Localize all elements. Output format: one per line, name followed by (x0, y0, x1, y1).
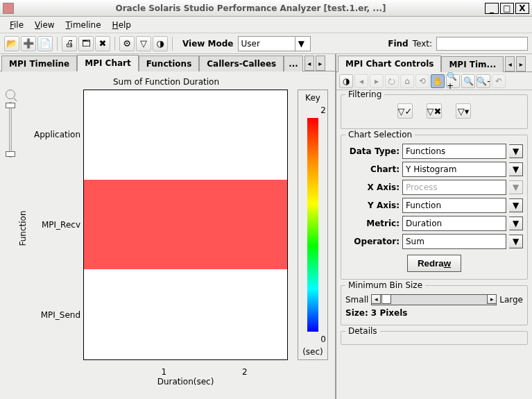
remove-filter-icon[interactable]: ▽✖ (427, 103, 442, 119)
metric-select[interactable]: Duration (402, 216, 506, 231)
print-icon[interactable]: 🖨 (62, 36, 77, 51)
color-chooser-icon[interactable]: ◑ (339, 74, 353, 88)
new-window-icon[interactable]: 🗔 (78, 36, 94, 51)
add-experiment-icon[interactable]: ➕ (21, 36, 36, 51)
slider-left-arrow-icon[interactable]: ◂ (371, 294, 381, 304)
chevron-down-icon[interactable]: ▼ (509, 162, 523, 176)
undo-icon[interactable]: ↶ (492, 74, 506, 88)
chevron-down-icon[interactable]: ▼ (509, 235, 523, 248)
add-filter-icon[interactable]: ▽✓ (397, 103, 413, 119)
left-panel: MPI Timeline MPI Chart Functions Callers… (0, 54, 336, 399)
minimize-icon: _ (490, 3, 494, 13)
y-axis-label: Function (17, 90, 29, 367)
tab-mpi-timeline[interactable]: MPI Timeline (1, 56, 77, 71)
right-tabs-scroll-right[interactable]: ▸ (516, 56, 526, 71)
key-max: 2 (320, 105, 326, 115)
xtick-1: 1 (162, 367, 167, 377)
menu-help[interactable]: Help (107, 18, 137, 32)
collect-icon[interactable]: 📄 (37, 36, 53, 51)
nav-up-icon[interactable]: ⭮ (385, 74, 399, 88)
menu-timeline[interactable]: Timeline (60, 18, 107, 32)
zoom-thumb-top[interactable] (6, 103, 15, 108)
close-icon: X (519, 3, 525, 13)
menu-file[interactable]: File (4, 18, 29, 32)
pan-icon[interactable]: ✋ (431, 74, 445, 88)
nav-next-icon[interactable]: ▸ (370, 74, 384, 88)
chart-title: Sum of Function Duration (4, 77, 328, 87)
chart-select[interactable]: Y Histogram (402, 162, 506, 177)
operator-select[interactable]: Sum (402, 234, 506, 249)
maximize-button[interactable]: □ (500, 3, 514, 14)
chevron-down-icon: ▼ (509, 180, 523, 194)
chevron-down-icon[interactable]: ▼ (509, 144, 523, 158)
menu-view[interactable]: View (29, 18, 60, 32)
chart-selection-legend: Chart Selection (345, 130, 415, 139)
tabs-scroll-left[interactable]: ◂ (304, 56, 314, 71)
redraw-button[interactable]: Redraw (407, 255, 461, 272)
slider-thumb[interactable] (381, 294, 391, 304)
x-axis-label: Duration(sec) (157, 377, 214, 387)
nav-prev-icon[interactable]: ◂ (354, 74, 368, 88)
data-type-select[interactable]: Functions (402, 144, 506, 159)
filter-icon[interactable]: ▽ (136, 36, 151, 51)
color-icon[interactable]: ◑ (153, 36, 168, 51)
home-icon[interactable]: ⌂ (400, 74, 414, 88)
tab-callers-callees[interactable]: Callers-Callees (199, 56, 284, 71)
zoom-column (4, 90, 17, 367)
chart-plot[interactable] (83, 90, 288, 360)
chart-selection-fieldset: Chart Selection Data Type: Functions ▼ C… (341, 135, 528, 280)
tab-mpi-timeline-controls[interactable]: MPI Tim... (441, 56, 504, 72)
zoom-thumb-bottom[interactable] (6, 151, 15, 157)
zoom-slider[interactable] (9, 102, 12, 158)
key-min: 0 (320, 334, 326, 344)
close-button[interactable]: X (515, 3, 529, 14)
filtering-fieldset: Filtering ▽✓ ▽✖ ▽▾ (341, 94, 528, 129)
y-axis-select[interactable]: Function (402, 198, 506, 213)
bar-mpi-recv (84, 180, 287, 269)
tab-functions[interactable]: Functions (139, 56, 200, 71)
open-experiment-icon[interactable]: 📂 (4, 36, 19, 51)
details-fieldset: Details (341, 331, 528, 345)
bin-size-value: Size: 3 Pixels (345, 308, 523, 318)
view-mode-label: View Mode (182, 39, 234, 49)
y-axis-label: Y Axis: (345, 201, 400, 210)
zoom-in-icon[interactable] (6, 90, 15, 99)
filter-icons: ▽✓ ▽✖ ▽▾ (345, 101, 523, 121)
separator (114, 37, 115, 51)
key-gradient (307, 118, 318, 332)
zoom-in-tool-icon[interactable]: 🔍+ (446, 74, 460, 88)
right-tabs-scroll-left[interactable]: ◂ (505, 56, 515, 71)
reset-icon[interactable]: ⟲ (415, 74, 429, 88)
find-label: Find (388, 39, 408, 49)
find-input[interactable] (436, 37, 528, 51)
chevron-down-icon[interactable]: ▼ (509, 217, 523, 230)
x-axis-label: X Axis: (345, 182, 400, 192)
chevron-down-icon: ▼ (295, 37, 307, 51)
slider-right-arrow-icon[interactable]: ▸ (487, 294, 497, 304)
left-tabbar: MPI Timeline MPI Chart Functions Callers… (0, 54, 335, 71)
manage-filter-icon[interactable]: ▽▾ (456, 103, 471, 119)
metric-label: Metric: (345, 219, 400, 228)
ytick-mpi-send: MPI_Send (29, 310, 80, 320)
right-toolbar: ◑ ◂ ▸ ⭮ ⌂ ⟲ ✋ 🔍+ 🔍 🔍- ↶ (336, 72, 532, 90)
chart-label: Chart: (345, 164, 400, 174)
zoom-out-tool-icon[interactable]: 🔍- (477, 74, 490, 88)
tab-more[interactable]: ... (284, 56, 303, 71)
bin-large-label: Large (499, 295, 523, 305)
key-label: Key (305, 93, 320, 103)
tab-mpi-chart[interactable]: MPI Chart (77, 55, 138, 71)
view-mode-select[interactable]: User ▼ (238, 36, 311, 51)
close-window-icon[interactable]: ✖ (95, 36, 110, 51)
tabs-scroll-right[interactable]: ▸ (316, 56, 325, 71)
zoom-box-icon[interactable]: 🔍 (461, 74, 475, 88)
right-tabbar: MPI Chart Controls MPI Tim... ◂ ▸ (336, 54, 532, 72)
x-axis-ticks: 1 2 (85, 367, 286, 377)
tab-mpi-chart-controls[interactable]: MPI Chart Controls (338, 56, 441, 72)
bin-size-slider[interactable]: ◂ ▸ (371, 294, 497, 305)
color-key: Key 2 0 (sec) (298, 90, 328, 360)
chevron-down-icon[interactable]: ▼ (509, 198, 523, 212)
window-titlebar: Oracle Solaris Studio Performance Analyz… (0, 0, 532, 17)
settings-icon[interactable]: ⚙ (119, 36, 135, 51)
minimize-button[interactable]: _ (485, 3, 499, 14)
x-axis: 1 2 Duration(sec) (85, 367, 286, 395)
